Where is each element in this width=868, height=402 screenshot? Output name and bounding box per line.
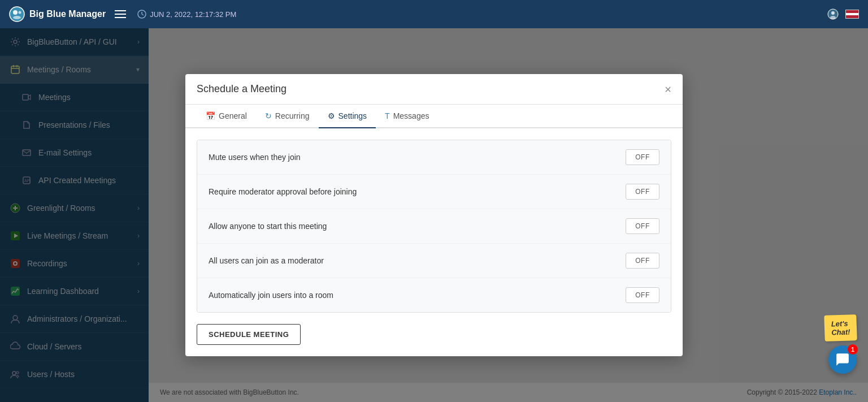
moderator-approval-label: Require moderator approval before joinin… <box>209 187 357 196</box>
brand-name: Big Blue Manager <box>29 9 106 19</box>
tab-general-label: General <box>219 111 247 120</box>
allow-start-label: Allow anyone to start this meeting <box>209 222 327 231</box>
text-tab-icon: T <box>385 111 390 120</box>
navbar: Big Blue Manager JUN 2, 2022, 12:17:32 P… <box>0 0 868 28</box>
gear-tab-icon: ⚙ <box>328 111 335 120</box>
modal-overlay[interactable]: Schedule a Meeting × 📅 General ↻ Recurri… <box>0 28 868 402</box>
svg-line-6 <box>142 14 144 15</box>
allow-start-toggle[interactable]: OFF <box>626 218 659 234</box>
modal-tabs: 📅 General ↻ Recurring ⚙ Settings T Messa… <box>185 105 683 128</box>
auto-join-label: Automatically join users into a room <box>209 291 333 300</box>
settings-row-allow-start: Allow anyone to start this meeting OFF <box>197 209 671 244</box>
modal-title: Schedule a Meeting <box>197 83 287 95</box>
chat-note: Let's Chat! <box>824 314 857 342</box>
settings-row-mute-users: Mute users when they join OFF <box>197 140 671 175</box>
svg-point-1 <box>13 10 18 15</box>
tab-messages[interactable]: T Messages <box>376 105 438 128</box>
all-moderator-toggle[interactable]: OFF <box>626 253 659 269</box>
chat-widget: Let's Chat! 1 <box>824 315 857 374</box>
settings-row-auto-join: Automatically join users into a room OFF <box>197 278 671 312</box>
datetime-display: JUN 2, 2022, 12:17:32 PM <box>137 10 236 19</box>
tab-messages-label: Messages <box>393 111 429 120</box>
clock-icon <box>137 10 146 19</box>
modal-body: Mute users when they join OFF Require mo… <box>185 128 683 356</box>
datetime-text: JUN 2, 2022, 12:17:32 PM <box>150 10 236 19</box>
refresh-tab-icon: ↻ <box>265 111 272 120</box>
main-content: Schedule a Meeting × 📅 General ↻ Recurri… <box>149 28 868 402</box>
mute-users-label: Mute users when they join <box>209 153 301 162</box>
svg-point-8 <box>831 11 835 15</box>
chat-badge: 1 <box>848 344 858 355</box>
user-avatar-icon[interactable] <box>827 8 839 20</box>
tab-settings[interactable]: ⚙ Settings <box>319 105 376 128</box>
settings-row-moderator-approval: Require moderator approval before joinin… <box>197 175 671 209</box>
brand-icon <box>9 6 25 22</box>
tab-settings-label: Settings <box>338 111 367 120</box>
tab-recurring[interactable]: ↻ Recurring <box>256 105 319 128</box>
svg-point-0 <box>10 7 24 21</box>
app-brand[interactable]: Big Blue Manager <box>9 6 106 22</box>
modal-close-button[interactable]: × <box>665 84 671 95</box>
moderator-approval-toggle[interactable]: OFF <box>626 184 659 200</box>
chat-bubble-icon <box>835 352 850 367</box>
mute-users-toggle[interactable]: OFF <box>626 149 659 165</box>
chat-bubble-button[interactable]: 1 <box>828 345 857 374</box>
schedule-meeting-button[interactable]: SCHEDULE MEETING <box>197 324 301 345</box>
navbar-right <box>827 8 859 20</box>
modal-header: Schedule a Meeting × <box>185 74 683 105</box>
hamburger-menu[interactable] <box>115 10 126 18</box>
auto-join-toggle[interactable]: OFF <box>626 287 659 303</box>
schedule-meeting-modal: Schedule a Meeting × 📅 General ↻ Recurri… <box>185 74 683 356</box>
calendar-tab-icon: 📅 <box>206 111 215 120</box>
all-moderator-label: All users can join as a moderator <box>209 256 324 265</box>
settings-row-all-moderator: All users can join as a moderator OFF <box>197 244 671 278</box>
svg-point-3 <box>13 16 21 19</box>
svg-point-2 <box>19 11 21 14</box>
tab-general[interactable]: 📅 General <box>197 105 256 128</box>
tab-recurring-label: Recurring <box>275 111 310 120</box>
settings-table: Mute users when they join OFF Require mo… <box>197 140 671 313</box>
language-flag[interactable] <box>845 10 859 19</box>
svg-point-9 <box>830 16 836 19</box>
